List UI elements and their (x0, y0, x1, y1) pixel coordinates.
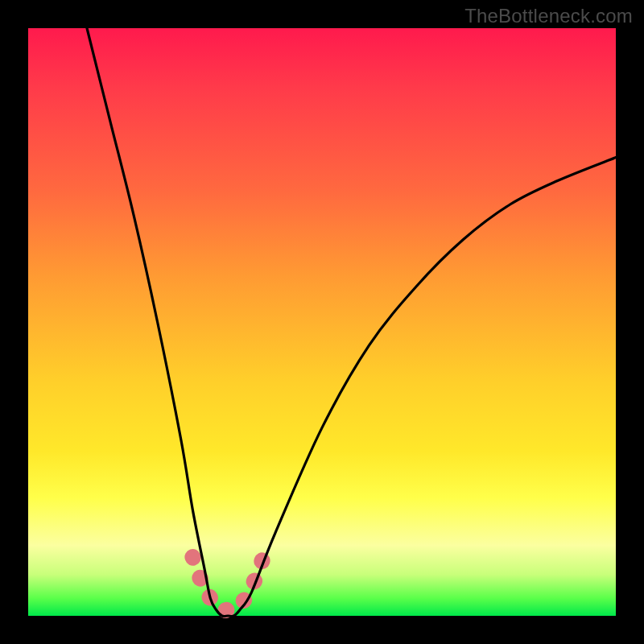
chart-frame: TheBottleneck.com (0, 0, 644, 644)
bottleneck-curve (87, 28, 616, 617)
watermark-text: TheBottleneck.com (464, 5, 633, 27)
plot-area (28, 28, 616, 616)
curve-svg (28, 28, 616, 616)
